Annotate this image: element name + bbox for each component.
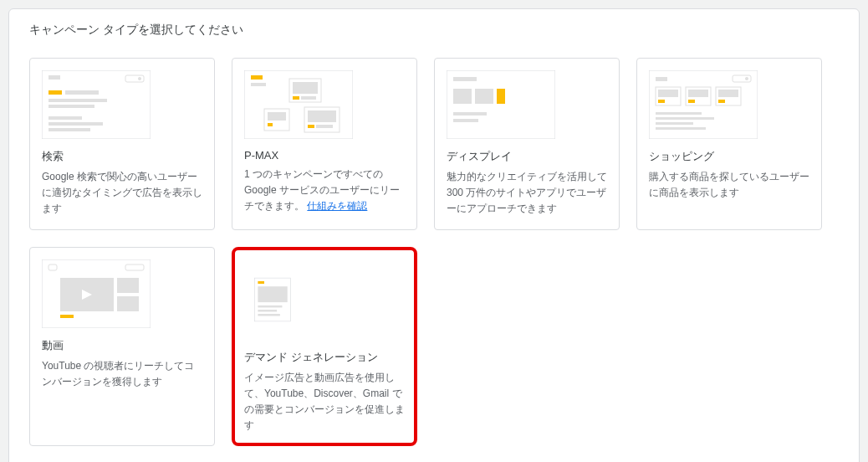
pmax-learn-more-link[interactable]: 仕組みを確認 [307, 200, 367, 212]
svg-rect-45 [656, 112, 702, 115]
svg-rect-11 [244, 70, 353, 139]
svg-rect-38 [658, 100, 665, 103]
svg-rect-43 [718, 90, 738, 97]
card-grid: 検索 Google 検索で関心の高いユーザーに適切なタイミングで広告を表示します [29, 58, 839, 446]
svg-rect-21 [316, 125, 333, 128]
svg-rect-24 [268, 123, 273, 126]
svg-rect-40 [688, 90, 708, 97]
card-title: ディスプレイ [447, 149, 607, 164]
svg-rect-41 [688, 100, 695, 103]
card-desc: 購入する商品を探しているユーザーに商品を表示します [649, 169, 809, 201]
campaign-card-display[interactable]: ディスプレイ 魅力的なクリエイティブを活用して 300 万件のサイトやアプリでユ… [434, 58, 620, 230]
svg-rect-12 [251, 75, 263, 80]
campaign-card-search[interactable]: 検索 Google 検索で関心の高いユーザーに適切なタイミングで広告を表示します [29, 58, 215, 230]
search-thumb-icon [42, 70, 151, 139]
card-title: ショッピング [649, 149, 809, 164]
svg-rect-15 [293, 82, 318, 94]
svg-rect-9 [49, 122, 103, 126]
campaign-card-video[interactable]: 動画 YouTube の視聴者にリーチしてコンバージョンを獲得します [29, 247, 215, 447]
card-title: デマンド ジェネレーション [244, 350, 405, 365]
svg-rect-20 [308, 125, 314, 128]
svg-rect-54 [60, 315, 74, 318]
card-desc: イメージ広告と動画広告を使用して、YouTube、Discover、Gmail … [244, 370, 405, 434]
svg-rect-30 [453, 112, 487, 116]
svg-rect-61 [258, 310, 277, 312]
card-desc: 魅力的なクリエイティブを活用して 300 万件のサイトやアプリでユーザーにアプロ… [447, 169, 607, 218]
demandgen-thumb-icon [244, 259, 313, 340]
card-title: 動画 [42, 338, 202, 353]
svg-rect-59 [258, 286, 287, 302]
svg-rect-1 [49, 75, 60, 80]
svg-rect-46 [656, 117, 714, 120]
campaign-card-pmax[interactable]: P-MAX 1 つのキャンペーンですべての Google サービスのユーザーにリ… [232, 58, 417, 230]
svg-point-3 [138, 77, 141, 80]
svg-rect-47 [656, 122, 693, 125]
svg-rect-55 [117, 278, 139, 293]
panel-body: 検索 Google 検索で関心の高いユーザーに適切なタイミングで広告を表示します [9, 51, 859, 462]
svg-rect-37 [658, 90, 678, 97]
svg-rect-27 [453, 89, 472, 104]
svg-rect-8 [49, 116, 82, 120]
svg-rect-31 [453, 119, 478, 122]
svg-rect-5 [65, 90, 99, 95]
card-title: P-MAX [244, 149, 405, 162]
svg-rect-7 [49, 105, 94, 108]
svg-rect-60 [258, 305, 282, 308]
svg-rect-16 [293, 96, 299, 100]
svg-rect-56 [117, 296, 139, 311]
shopping-thumb-icon [649, 70, 758, 139]
campaign-card-demandgen[interactable]: デマンド ジェネレーション イメージ広告と動画広告を使用して、YouTube、D… [232, 247, 417, 447]
svg-rect-26 [453, 77, 477, 81]
video-thumb-icon [42, 259, 151, 328]
svg-rect-48 [656, 127, 706, 130]
campaign-card-shopping[interactable]: ショッピング 購入する商品を探しているユーザーに商品を表示します [636, 58, 822, 230]
display-thumb-icon [447, 70, 555, 139]
svg-rect-29 [497, 89, 505, 104]
card-desc: YouTube の視聴者にリーチしてコンバージョンを獲得します [42, 358, 202, 390]
card-desc: 1 つのキャンペーンですべての Google サービスのユーザーにリーチできます… [244, 167, 405, 215]
svg-rect-58 [258, 280, 264, 283]
card-desc: Google 検索で関心の高いユーザーに適切なタイミングで広告を表示します [42, 169, 202, 218]
svg-rect-44 [718, 100, 725, 103]
svg-rect-17 [301, 96, 316, 100]
svg-rect-4 [49, 90, 62, 95]
svg-rect-33 [656, 77, 667, 81]
svg-rect-19 [308, 110, 336, 122]
svg-rect-28 [475, 89, 493, 104]
svg-point-35 [745, 77, 748, 80]
svg-rect-23 [268, 112, 286, 121]
svg-rect-13 [251, 83, 266, 86]
svg-rect-6 [49, 99, 107, 102]
svg-rect-62 [258, 314, 279, 316]
pmax-thumb-icon [244, 70, 353, 139]
panel-title: キャンペーン タイプを選択してください [9, 9, 859, 51]
campaign-type-panel: キャンペーン タイプを選択してください 検索 [8, 8, 860, 462]
svg-rect-10 [49, 128, 90, 131]
card-title: 検索 [42, 149, 202, 164]
